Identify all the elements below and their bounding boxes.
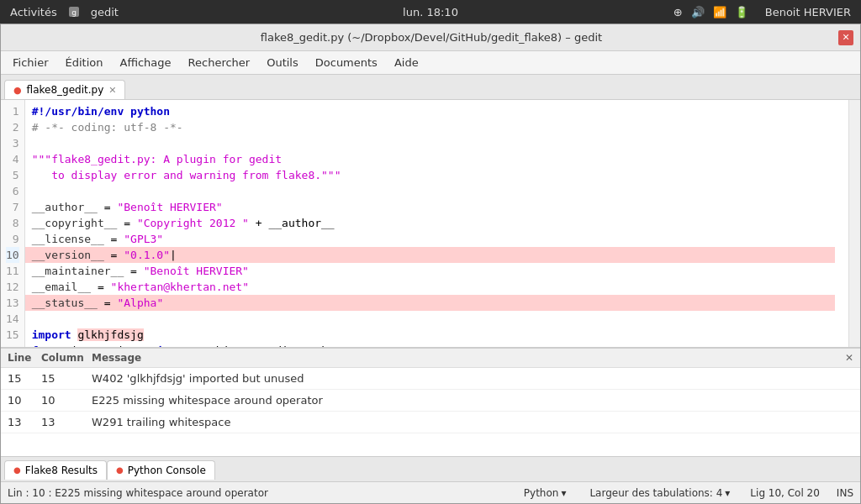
- editor-tab[interactable]: ● flake8_gedit.py ✕: [4, 80, 125, 99]
- error-panel-header: Line Column Message ✕: [1, 349, 860, 368]
- system-time: lun. 18:10: [403, 6, 458, 18]
- error-line-2: 10: [8, 394, 41, 407]
- editor-area: 12345 6789 10 111213141516 #!/usr/bin/en…: [1, 100, 860, 347]
- insert-mode: INS: [837, 487, 853, 499]
- python-label: Python: [524, 487, 559, 499]
- tab-filename: flake8_gedit.py: [27, 84, 104, 96]
- code-editor[interactable]: #!/usr/bin/env python # -*- coding: utf-…: [25, 100, 848, 347]
- error-msg-1: W402 'glkhjfdsjg' imported but unused: [92, 372, 853, 385]
- error-row[interactable]: 15 15 W402 'glkhjfdsjg' imported but unu…: [1, 368, 860, 390]
- error-table: 15 15 W402 'glkhjfdsjg' imported but unu…: [1, 368, 860, 456]
- menu-bar: Fichier Édition Affichage Rechercher Out…: [1, 51, 860, 75]
- window-title: flake8_gedit.py (~/Dropbox/Devel/GitHub/…: [24, 31, 838, 44]
- status-bar: Lin : 10 : E225 missing whitespace aroun…: [1, 481, 860, 503]
- app-window: flake8_gedit.py (~/Dropbox/Devel/GitHub/…: [0, 24, 861, 504]
- error-msg-2: E225 missing whitespace around operator: [92, 394, 853, 407]
- menu-outils[interactable]: Outils: [258, 53, 307, 72]
- error-row[interactable]: 10 10 E225 missing whitespace around ope…: [1, 390, 860, 412]
- python-tab-label: Python Console: [128, 465, 206, 476]
- menu-aide[interactable]: Aide: [386, 53, 427, 72]
- line-numbers: 12345 6789 10 111213141516: [1, 100, 25, 347]
- python-selector[interactable]: Python ▾: [520, 486, 570, 501]
- volume-icon: 🔊: [691, 6, 705, 18]
- system-bar: Activités g gedit lun. 18:10 ⊕ 🔊 📶 🔋 Ben…: [0, 0, 861, 24]
- flake8-tab-label: Flake8 Results: [25, 465, 98, 476]
- error-panel-close[interactable]: ✕: [845, 352, 853, 364]
- col-message: Message: [92, 352, 141, 364]
- error-msg-3: W291 trailing whitespace: [92, 416, 853, 428]
- tab-width-label: Largeur des tabulations: 4: [589, 487, 722, 499]
- col-line: Line: [8, 352, 41, 364]
- username-label: Benoit HERVIER: [765, 6, 851, 18]
- svg-text:g: g: [71, 8, 77, 17]
- accessibility-icon: ⊕: [673, 6, 683, 18]
- scrollbar[interactable]: [848, 100, 860, 347]
- error-line-3: 13: [8, 416, 41, 428]
- bottom-tab-bar: ● Flake8 Results ● Python Console: [1, 456, 860, 481]
- tab-width-selector[interactable]: Largeur des tabulations: 4 ▾: [586, 486, 733, 501]
- activities-button[interactable]: Activités: [10, 6, 57, 18]
- tab-python-console[interactable]: ● Python Console: [107, 460, 215, 480]
- app-name-label: gedit: [91, 6, 119, 18]
- tab-width-dropdown-icon: ▾: [725, 487, 730, 499]
- menu-affichage[interactable]: Affichage: [111, 53, 179, 72]
- cursor-position: Lig 10, Col 20: [750, 487, 820, 499]
- error-col-2: 10: [41, 394, 92, 407]
- title-bar: flake8_gedit.py (~/Dropbox/Devel/GitHub/…: [1, 24, 860, 51]
- error-col-1: 15: [41, 372, 92, 385]
- col-column: Column: [41, 352, 92, 364]
- error-panel: Line Column Message ✕ 15 15 W402 'glkhjf…: [1, 347, 860, 456]
- tab-flake8-results[interactable]: ● Flake8 Results: [4, 460, 107, 480]
- menu-documents[interactable]: Documents: [307, 53, 386, 72]
- python-tab-icon: ●: [116, 465, 124, 475]
- python-dropdown-icon: ▾: [561, 487, 566, 499]
- tab-file-icon: ●: [13, 85, 22, 96]
- close-button[interactable]: ✕: [838, 30, 853, 45]
- menu-rechercher[interactable]: Rechercher: [180, 53, 259, 72]
- menu-edition[interactable]: Édition: [57, 53, 112, 72]
- flake8-tab-icon: ●: [13, 465, 21, 475]
- error-row[interactable]: 13 13 W291 trailing whitespace: [1, 412, 860, 433]
- battery-icon: 🔋: [735, 6, 748, 18]
- wifi-icon: 📶: [713, 6, 726, 18]
- app-indicator: g: [67, 5, 81, 19]
- error-col-3: 13: [41, 416, 92, 428]
- menu-fichier[interactable]: Fichier: [4, 53, 57, 72]
- status-error-msg: Lin : 10 : E225 missing whitespace aroun…: [8, 487, 268, 499]
- error-line-1: 15: [8, 372, 41, 385]
- tab-bar: ● flake8_gedit.py ✕: [1, 75, 860, 100]
- tab-close-button[interactable]: ✕: [108, 85, 116, 96]
